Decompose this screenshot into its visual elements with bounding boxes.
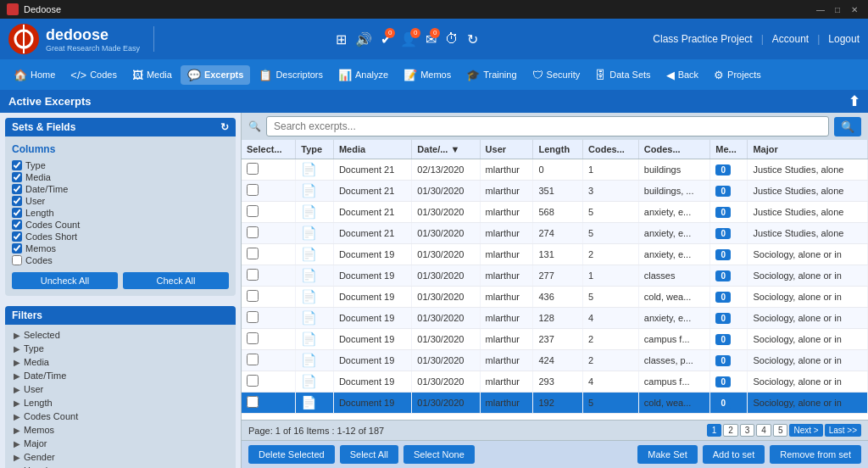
select-none-button[interactable]: Select None [403, 445, 475, 464]
filter-media[interactable]: ▶Media [10, 355, 231, 369]
checkbox-type[interactable]: Type [12, 160, 229, 170]
filter-memos[interactable]: ▶Memos [10, 423, 231, 437]
checkbox-length[interactable]: Length [12, 208, 229, 218]
window-controls[interactable]: — □ ✕ [814, 3, 861, 16]
cell-media: Document 21 [333, 181, 411, 202]
account-link[interactable]: Account [772, 33, 809, 45]
remove-from-set-button[interactable]: Remove from set [770, 445, 861, 464]
nav-excerpts[interactable]: 💬Excerpts [181, 65, 250, 85]
cell-major: Sociology, alone or in [748, 265, 868, 287]
col-user[interactable]: User [480, 140, 533, 159]
filter-length[interactable]: ▶Length [10, 396, 231, 410]
cell-type: 📄 [296, 393, 334, 414]
maximize-button[interactable]: □ [831, 3, 844, 16]
col-codes-short[interactable]: Codes... [638, 140, 710, 159]
checkbox-datetime[interactable]: Date/Time [12, 184, 229, 194]
cell-codes-count: 1 [583, 159, 639, 181]
nav-home[interactable]: 🏠Home [7, 65, 62, 85]
check-icon[interactable]: ✔0 [381, 31, 392, 47]
memo-badge: 0 [715, 270, 731, 281]
col-major[interactable]: Major [748, 140, 868, 159]
checkbox-codes[interactable]: Codes [12, 255, 229, 265]
nav-security[interactable]: 🛡Security [526, 65, 587, 85]
uncheck-all-button[interactable]: Uncheck All [12, 272, 118, 289]
cell-major: Sociology, alone or in [748, 244, 868, 265]
next-page-button[interactable]: Next > [789, 424, 822, 437]
col-media[interactable]: Media [333, 140, 411, 159]
select-all-button[interactable]: Select All [340, 445, 398, 464]
doc-icon: 📄 [301, 289, 317, 304]
nav-codes[interactable]: </>Codes [64, 65, 124, 85]
security-icon: 🛡 [532, 69, 543, 81]
checkbox-codes-count[interactable]: Codes Count [12, 220, 229, 230]
cell-memo: 0 [710, 287, 748, 308]
logout-link[interactable]: Logout [828, 33, 860, 45]
col-select[interactable]: Select... [242, 140, 296, 159]
clock-icon[interactable]: ⏱ [445, 31, 459, 47]
filter-user[interactable]: ▶User [10, 382, 231, 396]
page-5-button[interactable]: 5 [773, 424, 788, 437]
delete-selected-button[interactable]: Delete Selected [248, 445, 335, 464]
col-memo[interactable]: Me... [710, 140, 748, 159]
volume-icon[interactable]: 🔊 [355, 31, 372, 47]
refresh-sets-icon[interactable]: ↻ [220, 121, 229, 133]
checkbox-user[interactable]: User [12, 196, 229, 206]
upload-icon[interactable]: ⬆ [849, 93, 860, 109]
checkbox-codes-short[interactable]: Codes Short [12, 231, 229, 242]
mail-icon[interactable]: ✉0 [426, 31, 437, 47]
user-icon[interactable]: 👤0 [400, 31, 417, 47]
checkbox-media[interactable]: Media [12, 172, 229, 182]
filter-selected[interactable]: ▶Selected [10, 328, 231, 342]
filter-housing[interactable]: ▶Housing [10, 464, 231, 468]
col-length[interactable]: Length [533, 140, 583, 159]
check-all-button[interactable]: Check All [123, 272, 229, 289]
nav-media[interactable]: 🖼Media [125, 65, 179, 85]
close-button[interactable]: ✕ [848, 3, 861, 16]
col-date[interactable]: Date/... ▼ [412, 140, 480, 159]
page-3-button[interactable]: 3 [740, 424, 755, 437]
doc-icon: 📄 [301, 395, 317, 410]
page-1-button[interactable]: 1 [707, 424, 722, 437]
cell-select [242, 287, 296, 308]
filter-major[interactable]: ▶Major [10, 437, 231, 450]
nav-descriptors[interactable]: 📋Descriptors [252, 65, 330, 85]
cell-type: 📄 [296, 287, 334, 308]
search-input[interactable] [266, 116, 829, 136]
refresh-icon[interactable]: ↻ [467, 31, 478, 47]
filter-gender[interactable]: ▶Gender [10, 450, 231, 464]
col-codes-count[interactable]: Codes... [583, 140, 639, 159]
home-icon: 🏠 [14, 69, 27, 81]
doc-icon: 📄 [301, 374, 317, 388]
nav-memos[interactable]: 📝Memos [397, 65, 458, 85]
last-page-button[interactable]: Last >> [825, 424, 861, 437]
make-set-button[interactable]: Make Set [637, 445, 697, 464]
table-row: 📄 Document 19 01/30/2020 mlarthur 192 5 … [242, 393, 868, 414]
cell-select [242, 244, 296, 265]
filter-type[interactable]: ▶Type [10, 342, 231, 355]
cell-length: 274 [533, 223, 583, 244]
bottom-bar: Page: 1 of 16 Items : 1-12 of 187 1 2 3 … [242, 420, 868, 440]
add-to-set-button[interactable]: Add to set [703, 445, 765, 464]
minimize-button[interactable]: — [814, 3, 827, 16]
navbar: 🏠Home </>Codes 🖼Media 💬Excerpts 📋Descrip… [0, 59, 868, 90]
cell-memo: 0 [710, 350, 748, 371]
filter-datetime[interactable]: ▶Date/Time [10, 369, 231, 382]
nav-analyze[interactable]: 📊Analyze [331, 65, 395, 85]
chevron-right-icon: ▶ [14, 426, 20, 435]
nav-projects[interactable]: ⚙Projects [707, 65, 768, 85]
page-4-button[interactable]: 4 [756, 424, 771, 437]
page-2-button[interactable]: 2 [723, 424, 738, 437]
search-button[interactable]: 🔍 [834, 117, 861, 136]
video-icon[interactable]: ⊞ [336, 31, 347, 47]
nav-back[interactable]: ◀Back [659, 65, 705, 85]
nav-training[interactable]: 🎓Training [459, 65, 523, 85]
cell-length: 131 [533, 244, 583, 265]
nav-datasets[interactable]: 🗄Data Sets [588, 65, 657, 85]
col-type[interactable]: Type [296, 140, 334, 159]
table-row: 📄 Document 19 01/30/2020 mlarthur 131 2 … [242, 244, 868, 265]
filter-codes-count[interactable]: ▶Codes Count [10, 410, 231, 423]
cell-major: Justice Studies, alone [748, 181, 868, 202]
checkbox-memos[interactable]: Memos [12, 243, 229, 254]
memo-badge: 0 [715, 228, 731, 239]
memo-badge: 0 [715, 398, 731, 409]
